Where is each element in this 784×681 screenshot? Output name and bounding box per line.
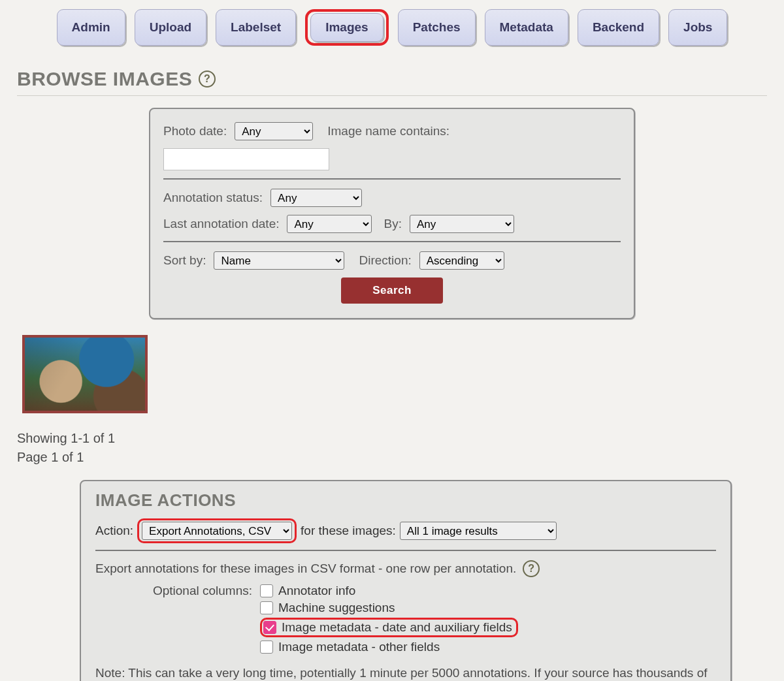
name-contains-input[interactable] bbox=[163, 148, 329, 170]
actions-divider bbox=[95, 550, 716, 551]
by-label: By: bbox=[384, 217, 401, 231]
checkbox-annotator-info[interactable] bbox=[260, 584, 273, 597]
checkbox-metadata-date-aux[interactable] bbox=[263, 621, 276, 634]
search-panel: Photo date: Any Image name contains: Ann… bbox=[149, 108, 635, 319]
photo-date-select[interactable]: Any bbox=[235, 122, 313, 140]
tab-images[interactable]: Images bbox=[310, 13, 383, 42]
tab-backend[interactable]: Backend bbox=[578, 9, 659, 46]
page-title-text: BROWSE IMAGES bbox=[17, 68, 192, 90]
top-tabs: Admin Upload Labelset Images Patches Met… bbox=[17, 9, 767, 46]
checkbox-metadata-other[interactable] bbox=[260, 641, 273, 654]
scope-select[interactable]: All 1 image results bbox=[400, 522, 557, 540]
last-annotation-date-label: Last annotation date: bbox=[163, 217, 279, 231]
search-divider-2 bbox=[163, 241, 621, 242]
direction-select[interactable]: Ascending bbox=[419, 251, 504, 270]
pager-count-line: Showing 1-1 of 1 bbox=[17, 429, 767, 448]
by-select[interactable]: Any bbox=[410, 215, 514, 233]
help-icon[interactable]: ? bbox=[199, 71, 216, 87]
export-help-icon[interactable]: ? bbox=[523, 560, 540, 577]
annotation-status-label: Annotation status: bbox=[163, 191, 263, 205]
image-actions-title: IMAGE ACTIONS bbox=[95, 490, 716, 511]
photo-date-label: Photo date: bbox=[163, 124, 227, 138]
checkbox-metadata-other-label: Image metadata - other fields bbox=[278, 640, 440, 654]
checkbox-metadata-date-aux-highlight: Image metadata - date and auxiliary fiel… bbox=[260, 618, 518, 637]
sort-by-select[interactable]: Name bbox=[214, 251, 344, 270]
export-note: Note: This can take a very long time, po… bbox=[95, 665, 716, 681]
tab-admin[interactable]: Admin bbox=[57, 9, 125, 46]
search-button[interactable]: Search bbox=[341, 277, 443, 304]
direction-label: Direction: bbox=[359, 253, 411, 268]
tab-metadata[interactable]: Metadata bbox=[485, 9, 568, 46]
name-contains-label: Image name contains: bbox=[327, 124, 449, 138]
annotation-status-select[interactable]: Any bbox=[270, 189, 362, 207]
action-select[interactable]: Export Annotations, CSV bbox=[142, 522, 292, 540]
search-divider-1 bbox=[163, 178, 621, 180]
tab-labelset[interactable]: Labelset bbox=[216, 9, 296, 46]
sort-by-label: Sort by: bbox=[163, 253, 206, 268]
pager-page-line: Page 1 of 1 bbox=[17, 448, 767, 467]
image-actions-panel: IMAGE ACTIONS Action: Export Annotations… bbox=[80, 480, 732, 681]
last-annotation-date-select[interactable]: Any bbox=[287, 215, 372, 233]
tab-patches[interactable]: Patches bbox=[398, 9, 476, 46]
title-divider bbox=[17, 95, 767, 96]
for-these-images-label: for these images: bbox=[301, 524, 396, 538]
checkbox-annotator-info-label: Annotator info bbox=[278, 584, 355, 598]
page-title: BROWSE IMAGES ? bbox=[17, 68, 767, 90]
action-select-highlight: Export Annotations, CSV bbox=[137, 518, 297, 543]
optional-columns-label: Optional columns: bbox=[95, 584, 252, 598]
export-description: Export annotations for these images in C… bbox=[95, 562, 516, 576]
tab-upload[interactable]: Upload bbox=[135, 9, 206, 46]
tab-images-highlight: Images bbox=[305, 9, 388, 46]
checkbox-machine-suggestions[interactable] bbox=[260, 601, 273, 614]
checkbox-machine-suggestions-label: Machine suggestions bbox=[278, 601, 395, 615]
pager: Showing 1-1 of 1 Page 1 of 1 bbox=[17, 429, 767, 467]
image-thumbnail[interactable] bbox=[22, 335, 148, 413]
optional-columns-group: Optional columns: Annotator info Machine… bbox=[95, 584, 716, 654]
tab-jobs[interactable]: Jobs bbox=[668, 9, 727, 46]
checkbox-metadata-date-aux-label: Image metadata - date and auxiliary fiel… bbox=[282, 620, 512, 635]
action-label: Action: bbox=[95, 524, 133, 538]
